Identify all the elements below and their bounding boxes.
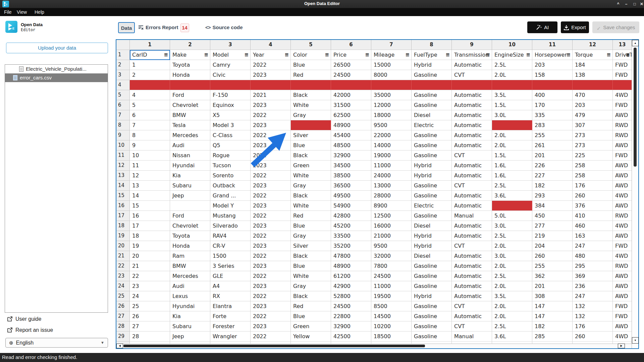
data-cell[interactable]: 376	[573, 201, 613, 211]
data-cell[interactable]: 201	[532, 150, 573, 161]
data-cell[interactable]: Honda	[170, 70, 210, 80]
error-cell[interactable]	[291, 120, 331, 130]
data-cell[interactable]: RWD	[613, 120, 632, 130]
data-cell[interactable]: Rogue	[210, 150, 251, 161]
data-cell[interactable]: 19500	[371, 291, 412, 301]
data-cell[interactable]: Mercedes	[170, 271, 210, 281]
data-cell[interactable]: 260	[573, 331, 613, 342]
data-cell[interactable]: Automatic	[452, 110, 492, 120]
data-cell[interactable]: Lexus	[170, 291, 210, 301]
data-cell[interactable]: 7800	[371, 261, 412, 271]
row-header[interactable]: 10	[116, 140, 130, 150]
data-cell[interactable]: 384	[532, 201, 573, 211]
data-cell[interactable]: 23	[130, 281, 170, 291]
data-cell[interactable]: 22	[130, 271, 170, 281]
data-cell[interactable]: 4WD	[613, 251, 632, 261]
data-cell[interactable]: Camry	[210, 60, 251, 70]
data-cell[interactable]: 2.0L	[492, 130, 532, 140]
data-cell[interactable]: 26	[130, 311, 170, 321]
field-name-cell[interactable]: Model≡	[210, 50, 251, 60]
data-cell[interactable]: Gasoline	[412, 90, 452, 100]
data-cell[interactable]: Toyota	[170, 60, 210, 70]
data-cell[interactable]: 260	[573, 191, 613, 201]
data-cell[interactable]: Electric	[412, 120, 452, 130]
row-header[interactable]: 25	[116, 291, 130, 301]
data-cell[interactable]: Blue	[291, 221, 331, 231]
error-cell[interactable]	[492, 120, 532, 130]
data-cell[interactable]: 9500	[371, 241, 412, 251]
data-cell[interactable]: FWD	[613, 70, 632, 80]
error-cell[interactable]	[492, 201, 532, 211]
data-cell[interactable]: 45200	[331, 221, 371, 231]
data-cell[interactable]: 182	[532, 321, 573, 331]
data-cell[interactable]: AWD	[613, 291, 632, 301]
data-cell[interactable]: 24000	[371, 171, 412, 181]
data-cell[interactable]: Gray	[291, 281, 331, 291]
data-cell[interactable]: 2023	[251, 221, 291, 231]
data-cell[interactable]: 7	[130, 120, 170, 130]
data-cell[interactable]: 38500	[331, 171, 371, 181]
save-changes-button[interactable]: ✓Save changes	[592, 21, 639, 33]
row-header[interactable]: 11	[116, 150, 130, 161]
data-cell[interactable]: Diesel	[412, 251, 452, 261]
user-guide-link[interactable]: User guide	[7, 316, 41, 323]
row-header[interactable]: 27	[116, 311, 130, 321]
data-cell[interactable]: Silverado	[210, 221, 251, 231]
error-cell[interactable]	[331, 80, 371, 90]
column-header[interactable]: 7	[371, 40, 412, 50]
file-tree-item[interactable]: Electric_Vehicle_Populati...	[5, 65, 108, 73]
data-cell[interactable]: Outback	[210, 181, 251, 191]
data-cell[interactable]: Black	[291, 90, 331, 100]
data-cell[interactable]: 32900	[331, 321, 371, 331]
data-cell[interactable]: Gray	[291, 231, 331, 241]
row-header[interactable]: 4	[116, 80, 130, 90]
data-cell[interactable]: 47800	[331, 251, 371, 261]
data-cell[interactable]: 10200	[371, 321, 412, 331]
data-cell[interactable]: 4WD	[613, 191, 632, 201]
data-cell[interactable]: 308	[532, 291, 573, 301]
data-cell[interactable]: 2023	[251, 161, 291, 171]
language-select[interactable]: ⊕English ▼	[5, 338, 108, 348]
data-cell[interactable]: 35000	[371, 90, 412, 100]
data-cell[interactable]: 132	[573, 301, 613, 311]
data-cell[interactable]: 219	[532, 231, 573, 241]
data-cell[interactable]: 8900	[371, 201, 412, 211]
data-cell[interactable]: Diesel	[412, 221, 452, 231]
data-cell[interactable]: 2.0L	[492, 70, 532, 80]
data-cell[interactable]: 4	[130, 90, 170, 100]
data-cell[interactable]: CVT	[452, 241, 492, 251]
data-cell[interactable]: 2023	[251, 321, 291, 331]
data-cell[interactable]: Grand ...	[210, 191, 251, 201]
menu-file[interactable]: File	[1, 8, 14, 16]
data-cell[interactable]: 14000	[371, 140, 412, 150]
data-cell[interactable]: 48500	[331, 140, 371, 150]
data-cell[interactable]: 176	[573, 181, 613, 191]
data-cell[interactable]: BMW	[170, 261, 210, 271]
data-cell[interactable]: 147	[532, 301, 573, 311]
data-cell[interactable]: 1.5L	[492, 150, 532, 161]
data-cell[interactable]: Automatic	[452, 161, 492, 171]
field-name-cell[interactable]: CarID≡	[130, 50, 170, 60]
data-cell[interactable]: 203	[573, 100, 613, 110]
column-header[interactable]: 10	[492, 40, 532, 50]
data-cell[interactable]: 5	[130, 100, 170, 110]
error-cell[interactable]	[573, 80, 613, 90]
data-cell[interactable]: Automatic	[452, 171, 492, 181]
row-header[interactable]: 14	[116, 181, 130, 191]
data-cell[interactable]: AWD	[613, 110, 632, 120]
row-header[interactable]: 8	[116, 120, 130, 130]
data-cell[interactable]: 283	[532, 120, 573, 130]
data-cell[interactable]: 3 Series	[210, 261, 251, 271]
data-cell[interactable]: Subaru	[170, 321, 210, 331]
data-cell[interactable]: 2022	[251, 191, 291, 201]
error-cell[interactable]	[291, 80, 331, 90]
data-cell[interactable]: 2022	[251, 130, 291, 140]
data-cell[interactable]: 14500	[371, 311, 412, 321]
column-header[interactable]: 13	[613, 40, 632, 50]
data-cell[interactable]: 4WD	[613, 331, 632, 342]
data-cell[interactable]: Mercedes	[170, 130, 210, 140]
error-cell[interactable]	[613, 80, 632, 90]
data-cell[interactable]: 293	[532, 191, 573, 201]
data-cell[interactable]: 480	[573, 251, 613, 261]
error-cell[interactable]	[412, 80, 452, 90]
